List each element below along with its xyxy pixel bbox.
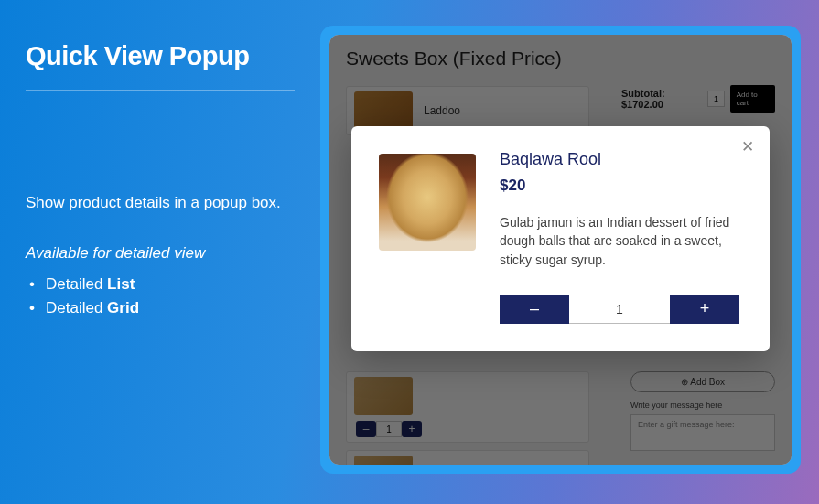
quantity-stepper: – 1 +: [500, 295, 739, 324]
preview-viewport: Sweets Box (Fixed Price) Laddoo – 1 +: [329, 35, 792, 465]
product-info: Baqlawa Rool $20 Gulab jamun is an India…: [500, 150, 742, 324]
feature-description: Show product details in a popup box.: [26, 191, 295, 215]
feature-list-item: Detailed Grid: [46, 299, 295, 317]
list-item-bold: List: [107, 275, 135, 293]
product-image: [379, 154, 476, 251]
preview-panel: Sweets Box (Fixed Price) Laddoo – 1 +: [320, 26, 801, 474]
list-item-prefix: Detailed: [46, 275, 107, 293]
product-price: $20: [500, 177, 742, 195]
quantity-value[interactable]: 1: [569, 295, 670, 324]
product-description: Gulab jamun is an Indian dessert of frie…: [500, 213, 742, 269]
decrement-button[interactable]: –: [500, 295, 569, 324]
feature-list: Detailed List Detailed Grid: [26, 275, 295, 317]
close-button[interactable]: ✕: [738, 137, 757, 155]
feature-title: Quick View Popup: [26, 41, 295, 91]
marketing-left-column: Quick View Popup Show product details in…: [0, 0, 320, 504]
list-item-bold: Grid: [107, 299, 139, 316]
product-name: Baqlawa Rool: [500, 150, 742, 169]
list-item-prefix: Detailed: [46, 299, 107, 316]
close-icon: ✕: [741, 137, 754, 156]
feature-list-item: Detailed List: [46, 275, 295, 294]
increment-button[interactable]: +: [670, 295, 739, 324]
quick-view-popup: ✕ Baqlawa Rool $20 Gulab jamun is an Ind…: [351, 126, 770, 351]
feature-subheading: Available for detailed view: [26, 244, 295, 263]
